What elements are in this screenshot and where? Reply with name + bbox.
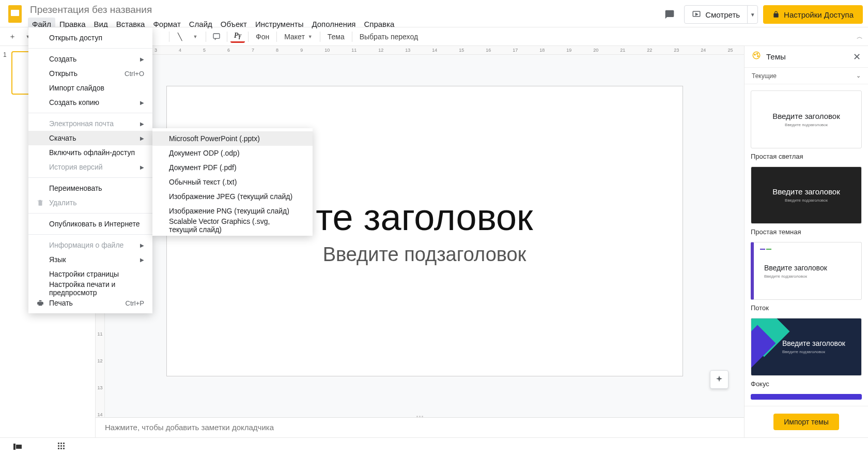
menu-tools[interactable]: Инструменты (251, 18, 308, 31)
file-menu-delete: Удалить (28, 195, 152, 210)
collapse-toolbar-button[interactable]: ︿ (857, 35, 863, 39)
separator (28, 177, 152, 178)
file-menu-print[interactable]: ПечатьCtrl+P (28, 296, 152, 310)
present-button[interactable]: Смотреть (685, 6, 747, 23)
grid-view-button[interactable] (58, 443, 65, 452)
theme-card-dark[interactable]: Введите заголовок Введите подзаголовок (751, 166, 862, 224)
file-menu-open[interactable]: ОткрытьCtrl+O (28, 66, 152, 81)
grid-icon (58, 443, 65, 450)
svg-point-4 (756, 53, 757, 54)
file-menu-offline[interactable]: Включить офлайн-доступ (28, 145, 152, 160)
slide-subtitle-placeholder[interactable]: Введите подзаголовок (323, 244, 526, 266)
file-menu-make-copy[interactable]: Создать копию▶ (28, 95, 152, 110)
notes-placeholder: Нажмите, чтобы добавить заметки докладчи… (105, 423, 274, 432)
explore-button[interactable] (710, 370, 729, 389)
svg-rect-7 (16, 445, 22, 449)
layout-button[interactable]: Макет▼ (280, 29, 317, 44)
separator (320, 32, 320, 42)
menu-addons[interactable]: Дополнения (307, 18, 360, 31)
palette-icon (752, 51, 761, 63)
svg-rect-12 (60, 445, 62, 447)
download-txt[interactable]: Обычный текст (.txt) (152, 175, 313, 189)
present-dropdown[interactable]: ▼ (747, 6, 757, 23)
theme-label: Простая темная (751, 228, 862, 236)
document-title[interactable]: Презентация без названия (28, 3, 660, 17)
share-button[interactable]: Настройки Доступа (763, 5, 863, 24)
theme-card-stream[interactable]: Введите заголовок Введите подзаголовок (751, 242, 862, 300)
menu-object[interactable]: Объект (216, 18, 251, 31)
file-menu-page-setup[interactable]: Настройки страницы (28, 267, 152, 281)
svg-point-5 (757, 55, 758, 56)
theme-button[interactable]: Тема (323, 29, 349, 44)
theme-card-next[interactable] (751, 394, 862, 400)
theme-card-focus[interactable]: Введите заголовок Введите подзаголовок (751, 318, 862, 376)
download-pptx[interactable]: Microsoft PowerPoint (.pptx) (152, 131, 313, 146)
themes-section-header[interactable]: Текущие ⌄ (745, 68, 868, 84)
file-menu-print-preview[interactable]: Настройка печати и предпросмотр (28, 281, 152, 296)
slide-title-placeholder[interactable]: те заголовок (316, 196, 533, 238)
file-menu-rename[interactable]: Переименовать (28, 181, 152, 195)
theme-label: Фокус (751, 380, 862, 388)
file-menu-download[interactable]: Скачать▶ (28, 131, 152, 145)
download-odp[interactable]: Документ ODP (.odp) (152, 146, 313, 160)
close-themes-button[interactable]: ✕ (853, 51, 861, 63)
file-menu-email: Электронная почта▶ (28, 116, 152, 131)
svg-point-3 (754, 54, 755, 55)
notes-resize-handle[interactable] (410, 416, 430, 418)
theme-card-light[interactable]: Введите заголовок Введите подзаголовок (751, 90, 862, 148)
theme-label: Тема (328, 33, 345, 41)
menu-help[interactable]: Справка (360, 18, 398, 31)
download-jpeg[interactable]: Изображение JPEG (текущий слайд) (152, 189, 313, 204)
file-menu-create[interactable]: Создать▶ (28, 52, 152, 66)
line-dropdown[interactable]: ▼ (188, 29, 203, 44)
explore-icon (715, 375, 724, 384)
separator (28, 113, 152, 113)
canvas-inner: 1234567891011121314 те заголовок Введите… (96, 55, 744, 417)
svg-rect-11 (58, 445, 59, 447)
layout-label: Макет (284, 33, 305, 41)
lock-icon (772, 11, 780, 18)
comment-tool[interactable] (209, 29, 224, 44)
text-color-tool[interactable]: Рγ (230, 31, 245, 43)
svg-rect-15 (60, 448, 62, 449)
download-svg[interactable]: Scalable Vector Graphics (.svg, текущий … (152, 218, 313, 233)
file-menu-publish[interactable]: Опубликовать в Интернете (28, 217, 152, 231)
svg-rect-6 (13, 444, 16, 450)
chevron-down-icon: ⌄ (856, 72, 861, 79)
new-slide-button[interactable]: ＋ (5, 29, 20, 44)
file-menu-share[interactable]: Открыть доступ (28, 31, 152, 45)
chevron-right-icon: ▶ (140, 164, 144, 170)
filmstrip-view-button[interactable] (13, 443, 22, 452)
speaker-notes[interactable]: Нажмите, чтобы добавить заметки докладчи… (96, 417, 744, 437)
separator (28, 234, 152, 235)
download-pdf[interactable]: Документ PDF (.pdf) (152, 160, 313, 175)
svg-rect-13 (63, 445, 65, 447)
svg-point-2 (753, 52, 760, 59)
transition-button[interactable]: Выбрать переход (355, 29, 422, 44)
app-logo[interactable] (5, 4, 25, 24)
file-menu-import-slides[interactable]: Импорт слайдов (28, 81, 152, 95)
title-area: Презентация без названия Файл Правка Вид… (28, 3, 660, 31)
svg-rect-8 (58, 443, 59, 444)
comments-button[interactable] (660, 5, 679, 24)
chevron-right-icon: ▶ (140, 135, 144, 141)
themes-panel: Темы ✕ Текущие ⌄ Введите заголовок Введи… (744, 46, 868, 437)
background-label: Фон (256, 33, 269, 41)
theme-preview-title: Введите заголовок (772, 187, 840, 196)
slide-stage[interactable]: те заголовок Введите подзаголовок (105, 55, 744, 417)
line-tool[interactable]: ╲ (173, 29, 187, 44)
chevron-down-icon: ▼ (308, 34, 313, 39)
menu-slide[interactable]: Слайд (185, 18, 216, 31)
file-menu-language[interactable]: Язык▶ (28, 252, 152, 267)
svg-rect-16 (63, 448, 65, 449)
theme-preview-title: Введите заголовок (782, 339, 845, 347)
chevron-right-icon: ▶ (140, 242, 144, 248)
import-theme-button[interactable]: Импорт темы (773, 414, 839, 430)
download-png[interactable]: Изображение PNG (текущий слайд) (152, 204, 313, 218)
background-button[interactable]: Фон (252, 29, 273, 44)
menu-format[interactable]: Формат (149, 18, 184, 31)
present-icon (692, 10, 701, 19)
themes-footer: Импорт темы (745, 406, 868, 437)
transition-label: Выбрать переход (360, 33, 418, 41)
svg-rect-10 (63, 443, 65, 444)
